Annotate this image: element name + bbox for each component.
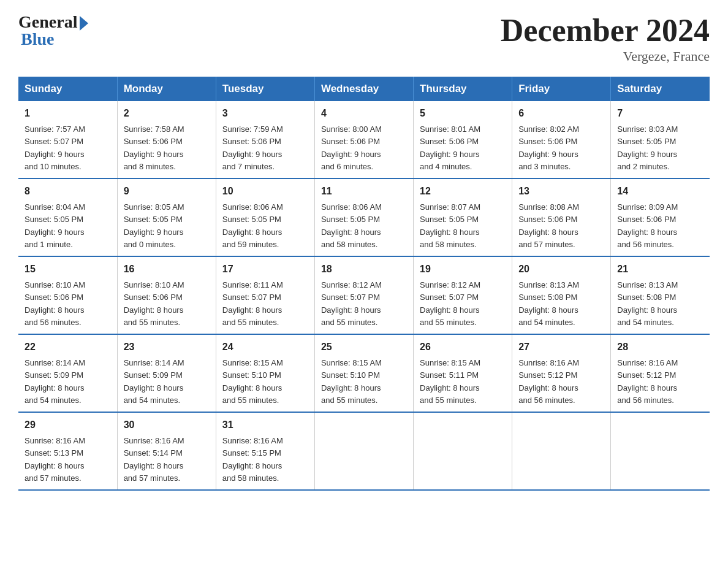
calendar-cell: 16 Sunrise: 8:10 AMSunset: 5:06 PMDaylig…	[117, 256, 216, 334]
calendar-week-1: 1 Sunrise: 7:57 AMSunset: 5:07 PMDayligh…	[18, 101, 710, 178]
day-info: Sunrise: 8:16 AMSunset: 5:12 PMDaylight:…	[518, 358, 579, 405]
calendar-cell: 8 Sunrise: 8:04 AMSunset: 5:05 PMDayligh…	[18, 178, 117, 256]
calendar-header-row: Sunday Monday Tuesday Wednesday Thursday…	[18, 77, 710, 101]
day-info: Sunrise: 8:08 AMSunset: 5:06 PMDaylight:…	[518, 202, 579, 249]
day-info: Sunrise: 8:14 AMSunset: 5:09 PMDaylight:…	[25, 358, 85, 405]
calendar-week-2: 8 Sunrise: 8:04 AMSunset: 5:05 PMDayligh…	[18, 178, 710, 256]
day-info: Sunrise: 8:12 AMSunset: 5:07 PMDaylight:…	[321, 280, 382, 327]
day-number: 3	[222, 106, 308, 121]
calendar-cell: 25 Sunrise: 8:15 AMSunset: 5:10 PMDaylig…	[314, 334, 413, 412]
day-info: Sunrise: 7:57 AMSunset: 5:07 PMDaylight:…	[25, 124, 85, 171]
calendar-cell: 4 Sunrise: 8:00 AMSunset: 5:06 PMDayligh…	[314, 101, 413, 178]
col-saturday: Saturday	[611, 77, 710, 101]
day-info: Sunrise: 8:13 AMSunset: 5:08 PMDaylight:…	[617, 280, 678, 327]
calendar-cell: 22 Sunrise: 8:14 AMSunset: 5:09 PMDaylig…	[18, 334, 117, 412]
day-info: Sunrise: 8:12 AMSunset: 5:07 PMDaylight:…	[420, 280, 480, 327]
day-number: 2	[124, 106, 210, 121]
calendar-cell: 10 Sunrise: 8:06 AMSunset: 5:05 PMDaylig…	[216, 178, 314, 256]
calendar-cell: 30 Sunrise: 8:16 AMSunset: 5:14 PMDaylig…	[117, 412, 216, 490]
day-info: Sunrise: 8:06 AMSunset: 5:05 PMDaylight:…	[321, 202, 382, 249]
calendar-cell: 31 Sunrise: 8:16 AMSunset: 5:15 PMDaylig…	[216, 412, 314, 490]
day-number: 27	[518, 340, 604, 354]
day-info: Sunrise: 8:16 AMSunset: 5:14 PMDaylight:…	[124, 436, 184, 483]
day-number: 28	[617, 340, 703, 354]
calendar-cell: 21 Sunrise: 8:13 AMSunset: 5:08 PMDaylig…	[611, 256, 710, 334]
day-number: 21	[617, 262, 703, 277]
day-number: 11	[321, 184, 407, 199]
calendar-cell: 15 Sunrise: 8:10 AMSunset: 5:06 PMDaylig…	[18, 256, 117, 334]
calendar-cell: 20 Sunrise: 8:13 AMSunset: 5:08 PMDaylig…	[512, 256, 611, 334]
day-info: Sunrise: 8:05 AMSunset: 5:05 PMDaylight:…	[124, 202, 184, 249]
day-number: 25	[321, 340, 407, 354]
calendar-cell: 23 Sunrise: 8:14 AMSunset: 5:09 PMDaylig…	[117, 334, 216, 412]
day-info: Sunrise: 8:09 AMSunset: 5:06 PMDaylight:…	[617, 202, 678, 249]
calendar-cell: 19 Sunrise: 8:12 AMSunset: 5:07 PMDaylig…	[414, 256, 512, 334]
day-info: Sunrise: 8:14 AMSunset: 5:09 PMDaylight:…	[124, 358, 184, 405]
calendar-cell: 7 Sunrise: 8:03 AMSunset: 5:05 PMDayligh…	[611, 101, 710, 178]
day-number: 20	[518, 262, 604, 277]
day-number: 12	[420, 184, 506, 199]
day-info: Sunrise: 8:00 AMSunset: 5:06 PMDaylight:…	[321, 124, 382, 171]
logo: General Blue	[18, 12, 88, 49]
day-number: 30	[124, 418, 210, 432]
day-number: 5	[420, 106, 506, 121]
calendar-cell: 13 Sunrise: 8:08 AMSunset: 5:06 PMDaylig…	[512, 178, 611, 256]
day-number: 23	[124, 340, 210, 354]
location-subtitle: Vergeze, France	[501, 48, 710, 64]
day-info: Sunrise: 8:10 AMSunset: 5:06 PMDaylight:…	[25, 280, 85, 327]
calendar-cell: 18 Sunrise: 8:12 AMSunset: 5:07 PMDaylig…	[314, 256, 413, 334]
calendar-cell: 14 Sunrise: 8:09 AMSunset: 5:06 PMDaylig…	[611, 178, 710, 256]
day-number: 6	[518, 106, 604, 121]
day-info: Sunrise: 7:59 AMSunset: 5:06 PMDaylight:…	[222, 124, 283, 171]
calendar-cell	[314, 412, 413, 490]
day-info: Sunrise: 8:02 AMSunset: 5:06 PMDaylight:…	[518, 124, 579, 171]
calendar-cell: 11 Sunrise: 8:06 AMSunset: 5:05 PMDaylig…	[314, 178, 413, 256]
day-info: Sunrise: 8:15 AMSunset: 5:10 PMDaylight:…	[222, 358, 283, 405]
calendar-week-5: 29 Sunrise: 8:16 AMSunset: 5:13 PMDaylig…	[18, 412, 710, 490]
day-number: 1	[25, 106, 111, 121]
day-number: 8	[25, 184, 111, 199]
day-info: Sunrise: 8:13 AMSunset: 5:08 PMDaylight:…	[518, 280, 579, 327]
day-number: 13	[518, 184, 604, 199]
day-info: Sunrise: 8:01 AMSunset: 5:06 PMDaylight:…	[420, 124, 480, 171]
calendar-cell: 3 Sunrise: 7:59 AMSunset: 5:06 PMDayligh…	[216, 101, 314, 178]
calendar-cell: 9 Sunrise: 8:05 AMSunset: 5:05 PMDayligh…	[117, 178, 216, 256]
calendar-cell: 12 Sunrise: 8:07 AMSunset: 5:05 PMDaylig…	[414, 178, 512, 256]
day-number: 4	[321, 106, 407, 121]
day-info: Sunrise: 8:16 AMSunset: 5:13 PMDaylight:…	[25, 436, 85, 483]
day-number: 31	[222, 418, 308, 432]
calendar-cell: 2 Sunrise: 7:58 AMSunset: 5:06 PMDayligh…	[117, 101, 216, 178]
day-number: 18	[321, 262, 407, 277]
day-info: Sunrise: 8:06 AMSunset: 5:05 PMDaylight:…	[222, 202, 283, 249]
col-friday: Friday	[512, 77, 611, 101]
calendar-cell: 29 Sunrise: 8:16 AMSunset: 5:13 PMDaylig…	[18, 412, 117, 490]
calendar-cell	[611, 412, 710, 490]
calendar-table: Sunday Monday Tuesday Wednesday Thursday…	[18, 77, 710, 491]
day-number: 10	[222, 184, 308, 199]
day-number: 17	[222, 262, 308, 277]
day-number: 29	[25, 418, 111, 432]
day-info: Sunrise: 8:04 AMSunset: 5:05 PMDaylight:…	[25, 202, 85, 249]
day-info: Sunrise: 8:03 AMSunset: 5:05 PMDaylight:…	[617, 124, 678, 171]
day-info: Sunrise: 8:15 AMSunset: 5:11 PMDaylight:…	[420, 358, 480, 405]
calendar-cell: 24 Sunrise: 8:15 AMSunset: 5:10 PMDaylig…	[216, 334, 314, 412]
calendar-week-3: 15 Sunrise: 8:10 AMSunset: 5:06 PMDaylig…	[18, 256, 710, 334]
day-info: Sunrise: 8:10 AMSunset: 5:06 PMDaylight:…	[124, 280, 184, 327]
title-block: December 2024 Vergeze, France	[501, 12, 710, 64]
day-info: Sunrise: 8:16 AMSunset: 5:15 PMDaylight:…	[222, 436, 283, 483]
calendar-cell: 26 Sunrise: 8:15 AMSunset: 5:11 PMDaylig…	[414, 334, 512, 412]
day-number: 9	[124, 184, 210, 199]
day-info: Sunrise: 8:11 AMSunset: 5:07 PMDaylight:…	[222, 280, 283, 327]
calendar-week-4: 22 Sunrise: 8:14 AMSunset: 5:09 PMDaylig…	[18, 334, 710, 412]
day-number: 15	[25, 262, 111, 277]
calendar-cell: 28 Sunrise: 8:16 AMSunset: 5:12 PMDaylig…	[611, 334, 710, 412]
day-number: 14	[617, 184, 703, 199]
day-number: 22	[25, 340, 111, 354]
col-sunday: Sunday	[18, 77, 117, 101]
day-number: 26	[420, 340, 506, 354]
day-number: 16	[124, 262, 210, 277]
page-header: General Blue December 2024 Vergeze, Fran…	[18, 12, 710, 64]
month-title: December 2024	[501, 12, 710, 48]
calendar-cell: 5 Sunrise: 8:01 AMSunset: 5:06 PMDayligh…	[414, 101, 512, 178]
day-info: Sunrise: 8:16 AMSunset: 5:12 PMDaylight:…	[617, 358, 678, 405]
